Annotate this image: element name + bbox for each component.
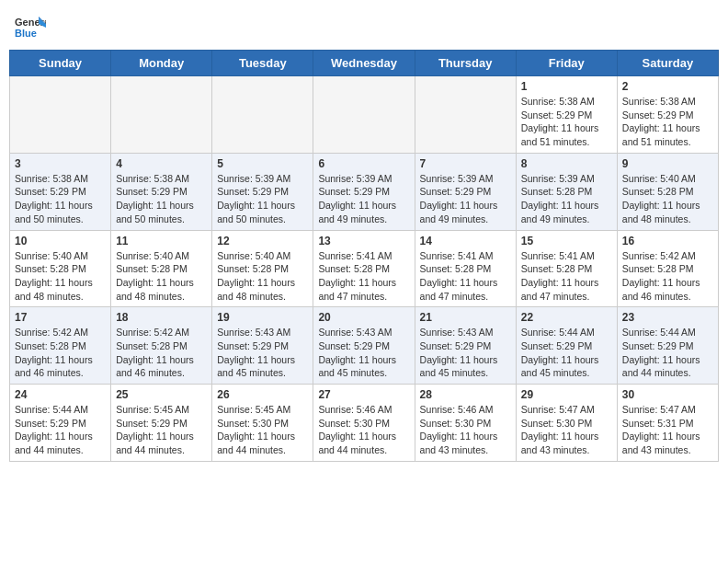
day-number: 10	[15, 235, 106, 247]
weekday-header-thursday: Thursday	[415, 51, 516, 76]
day-number: 30	[622, 388, 713, 401]
day-info: Sunrise: 5:40 AM Sunset: 5:28 PM Dayligh…	[217, 249, 308, 304]
day-info: Sunrise: 5:41 AM Sunset: 5:28 PM Dayligh…	[420, 249, 511, 304]
day-number: 8	[521, 157, 612, 170]
day-number: 15	[521, 235, 612, 247]
calendar-cell: 5Sunrise: 5:39 AM Sunset: 5:29 PM Daylig…	[212, 153, 313, 230]
weekday-header-wednesday: Wednesday	[313, 51, 415, 76]
calendar-cell: 23Sunrise: 5:44 AM Sunset: 5:29 PM Dayli…	[617, 307, 718, 385]
calendar-cell: 28Sunrise: 5:46 AM Sunset: 5:30 PM Dayli…	[415, 385, 516, 462]
day-number: 28	[420, 388, 511, 401]
day-number: 9	[622, 157, 713, 170]
calendar-cell	[10, 76, 111, 154]
calendar-cell: 30Sunrise: 5:47 AM Sunset: 5:31 PM Dayli…	[617, 385, 718, 462]
day-number: 1	[521, 80, 612, 93]
calendar-cell: 20Sunrise: 5:43 AM Sunset: 5:29 PM Dayli…	[313, 307, 415, 385]
calendar-week-5: 24Sunrise: 5:44 AM Sunset: 5:29 PM Dayli…	[10, 385, 719, 462]
calendar-cell: 19Sunrise: 5:43 AM Sunset: 5:29 PM Dayli…	[212, 307, 313, 385]
day-number: 23	[622, 311, 713, 324]
day-info: Sunrise: 5:43 AM Sunset: 5:29 PM Dayligh…	[318, 326, 409, 380]
calendar-cell: 8Sunrise: 5:39 AM Sunset: 5:28 PM Daylig…	[516, 153, 617, 230]
day-info: Sunrise: 5:44 AM Sunset: 5:29 PM Dayligh…	[15, 403, 106, 457]
calendar-cell	[111, 76, 212, 154]
calendar-cell: 6Sunrise: 5:39 AM Sunset: 5:29 PM Daylig…	[313, 153, 415, 230]
day-info: Sunrise: 5:39 AM Sunset: 5:28 PM Dayligh…	[521, 172, 612, 226]
day-number: 14	[420, 235, 511, 247]
calendar-cell: 9Sunrise: 5:40 AM Sunset: 5:28 PM Daylig…	[617, 153, 718, 230]
day-number: 27	[318, 388, 409, 401]
day-info: Sunrise: 5:43 AM Sunset: 5:29 PM Dayligh…	[217, 326, 308, 380]
weekday-header-sunday: Sunday	[10, 51, 111, 76]
calendar-cell: 14Sunrise: 5:41 AM Sunset: 5:28 PM Dayli…	[415, 230, 516, 307]
day-info: Sunrise: 5:45 AM Sunset: 5:29 PM Dayligh…	[116, 403, 207, 457]
calendar-cell: 13Sunrise: 5:41 AM Sunset: 5:28 PM Dayli…	[313, 230, 415, 307]
weekday-header-friday: Friday	[516, 51, 617, 76]
weekday-header-row: SundayMondayTuesdayWednesdayThursdayFrid…	[10, 51, 719, 76]
calendar-cell: 16Sunrise: 5:42 AM Sunset: 5:28 PM Dayli…	[617, 230, 718, 307]
day-info: Sunrise: 5:38 AM Sunset: 5:29 PM Dayligh…	[622, 95, 713, 149]
day-number: 13	[318, 235, 409, 247]
day-number: 25	[116, 388, 207, 401]
day-info: Sunrise: 5:39 AM Sunset: 5:29 PM Dayligh…	[420, 172, 511, 226]
calendar-week-3: 10Sunrise: 5:40 AM Sunset: 5:28 PM Dayli…	[10, 230, 719, 307]
day-info: Sunrise: 5:42 AM Sunset: 5:28 PM Dayligh…	[15, 326, 106, 380]
day-number: 2	[622, 80, 713, 93]
day-number: 22	[521, 311, 612, 324]
svg-text:Blue: Blue	[15, 28, 37, 39]
day-number: 3	[15, 157, 106, 170]
day-info: Sunrise: 5:40 AM Sunset: 5:28 PM Dayligh…	[116, 249, 207, 304]
day-info: Sunrise: 5:46 AM Sunset: 5:30 PM Dayligh…	[318, 403, 409, 457]
page-header: General Blue	[9, 9, 719, 42]
day-info: Sunrise: 5:41 AM Sunset: 5:28 PM Dayligh…	[521, 249, 612, 304]
calendar-cell: 4Sunrise: 5:38 AM Sunset: 5:29 PM Daylig…	[111, 153, 212, 230]
day-number: 17	[15, 311, 106, 324]
day-number: 26	[217, 388, 308, 401]
calendar-cell	[415, 76, 516, 154]
weekday-header-monday: Monday	[111, 51, 212, 76]
calendar-cell	[313, 76, 415, 154]
logo: General Blue	[13, 9, 46, 42]
day-info: Sunrise: 5:38 AM Sunset: 5:29 PM Dayligh…	[15, 172, 106, 226]
day-number: 11	[116, 235, 207, 247]
calendar-cell: 3Sunrise: 5:38 AM Sunset: 5:29 PM Daylig…	[10, 153, 111, 230]
day-info: Sunrise: 5:44 AM Sunset: 5:29 PM Dayligh…	[521, 326, 612, 380]
calendar-week-4: 17Sunrise: 5:42 AM Sunset: 5:28 PM Dayli…	[10, 307, 719, 385]
day-info: Sunrise: 5:43 AM Sunset: 5:29 PM Dayligh…	[420, 326, 511, 380]
weekday-header-saturday: Saturday	[617, 51, 718, 76]
calendar-cell: 15Sunrise: 5:41 AM Sunset: 5:28 PM Dayli…	[516, 230, 617, 307]
calendar-cell: 26Sunrise: 5:45 AM Sunset: 5:30 PM Dayli…	[212, 385, 313, 462]
calendar-cell: 17Sunrise: 5:42 AM Sunset: 5:28 PM Dayli…	[10, 307, 111, 385]
day-info: Sunrise: 5:47 AM Sunset: 5:30 PM Dayligh…	[521, 403, 612, 457]
calendar-cell: 10Sunrise: 5:40 AM Sunset: 5:28 PM Dayli…	[10, 230, 111, 307]
calendar-cell	[212, 76, 313, 154]
day-info: Sunrise: 5:38 AM Sunset: 5:29 PM Dayligh…	[116, 172, 207, 226]
calendar-table: SundayMondayTuesdayWednesdayThursdayFrid…	[9, 50, 719, 462]
day-number: 24	[15, 388, 106, 401]
calendar-cell: 12Sunrise: 5:40 AM Sunset: 5:28 PM Dayli…	[212, 230, 313, 307]
day-info: Sunrise: 5:40 AM Sunset: 5:28 PM Dayligh…	[15, 249, 106, 304]
weekday-header-tuesday: Tuesday	[212, 51, 313, 76]
calendar-cell: 24Sunrise: 5:44 AM Sunset: 5:29 PM Dayli…	[10, 385, 111, 462]
day-info: Sunrise: 5:44 AM Sunset: 5:29 PM Dayligh…	[622, 326, 713, 380]
day-info: Sunrise: 5:39 AM Sunset: 5:29 PM Dayligh…	[217, 172, 308, 226]
calendar-cell: 2Sunrise: 5:38 AM Sunset: 5:29 PM Daylig…	[617, 76, 718, 154]
day-number: 29	[521, 388, 612, 401]
day-number: 5	[217, 157, 308, 170]
calendar-cell: 22Sunrise: 5:44 AM Sunset: 5:29 PM Dayli…	[516, 307, 617, 385]
day-number: 21	[420, 311, 511, 324]
calendar-cell: 7Sunrise: 5:39 AM Sunset: 5:29 PM Daylig…	[415, 153, 516, 230]
calendar-cell: 25Sunrise: 5:45 AM Sunset: 5:29 PM Dayli…	[111, 385, 212, 462]
day-number: 16	[622, 235, 713, 247]
day-number: 18	[116, 311, 207, 324]
calendar-week-1: 1Sunrise: 5:38 AM Sunset: 5:29 PM Daylig…	[10, 76, 719, 154]
calendar-cell: 29Sunrise: 5:47 AM Sunset: 5:30 PM Dayli…	[516, 385, 617, 462]
day-number: 6	[318, 157, 409, 170]
day-info: Sunrise: 5:45 AM Sunset: 5:30 PM Dayligh…	[217, 403, 308, 457]
day-number: 12	[217, 235, 308, 247]
calendar-cell: 21Sunrise: 5:43 AM Sunset: 5:29 PM Dayli…	[415, 307, 516, 385]
day-info: Sunrise: 5:42 AM Sunset: 5:28 PM Dayligh…	[622, 249, 713, 304]
calendar-cell: 18Sunrise: 5:42 AM Sunset: 5:28 PM Dayli…	[111, 307, 212, 385]
day-number: 7	[420, 157, 511, 170]
day-number: 19	[217, 311, 308, 324]
day-info: Sunrise: 5:46 AM Sunset: 5:30 PM Dayligh…	[420, 403, 511, 457]
